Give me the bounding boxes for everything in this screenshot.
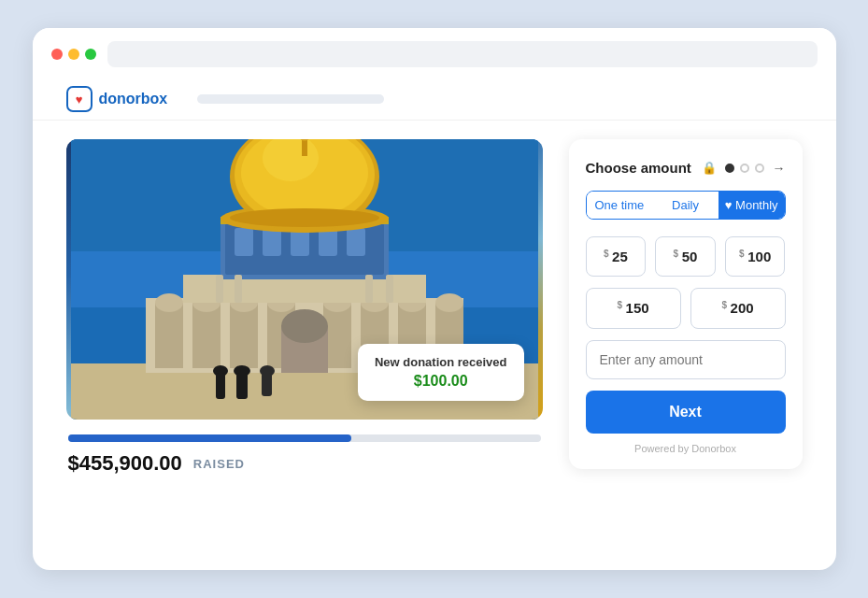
widget-title: Choose amount	[586, 160, 691, 176]
svg-rect-24	[235, 228, 253, 256]
logo-icon: ♥	[66, 86, 92, 112]
amount-grid-bottom: $ 150 $ 200	[586, 288, 786, 328]
logo-heart-icon: ♥	[76, 93, 83, 107]
currency-sign-100: $	[739, 249, 745, 259]
frequency-tabs: One time Daily ♥ Monthly	[586, 191, 786, 220]
donation-popup-amount: $100.00	[375, 373, 507, 390]
campaign-image: New donation received $100.00	[66, 139, 543, 420]
amount-grid-top: $ 25 $ 50 $ 100	[586, 236, 786, 277]
main-content: New donation received $100.00 $455,900.0…	[33, 121, 836, 491]
amount-button-25[interactable]: $ 25	[586, 236, 647, 277]
svg-rect-36	[302, 139, 307, 156]
svg-rect-42	[386, 275, 393, 303]
lock-icon: 🔒	[702, 161, 717, 175]
tab-one-time[interactable]: One time	[587, 192, 653, 219]
amount-value-200: 200	[731, 301, 754, 317]
step-arrow-icon: →	[773, 161, 786, 176]
svg-rect-25	[263, 228, 281, 256]
progress-bar-background	[68, 434, 541, 442]
svg-point-13	[155, 293, 183, 312]
next-button[interactable]: Next	[586, 391, 786, 434]
svg-rect-40	[235, 275, 242, 303]
amount-button-200[interactable]: $ 200	[690, 288, 786, 328]
progress-section: $455,900.00 RAISED	[66, 434, 543, 476]
nav-placeholder	[197, 94, 384, 104]
svg-rect-41	[365, 275, 373, 303]
raised-label: RAISED	[193, 457, 245, 471]
step-dot-1	[725, 164, 734, 173]
browser-dot-yellow[interactable]	[68, 49, 79, 60]
amount-button-100[interactable]: $ 100	[725, 236, 786, 277]
amount-button-50[interactable]: $ 50	[655, 236, 716, 277]
browser-dots	[51, 49, 96, 60]
logo-box: ♥ donorbox	[66, 86, 168, 112]
tab-monthly-heart: ♥	[725, 198, 735, 212]
tab-daily[interactable]: Daily	[652, 192, 719, 219]
amount-value-25: 25	[612, 249, 628, 264]
logo-text: donorbox	[99, 91, 168, 107]
browser-dot-red[interactable]	[51, 49, 63, 60]
svg-rect-46	[216, 373, 225, 399]
currency-sign-150: $	[617, 300, 622, 310]
svg-rect-50	[262, 373, 272, 396]
amount-value-50: 50	[682, 249, 698, 264]
svg-rect-5	[155, 303, 183, 368]
svg-point-35	[230, 208, 379, 227]
svg-rect-7	[230, 303, 258, 368]
browser-dot-green[interactable]	[85, 49, 96, 60]
svg-point-44	[281, 309, 328, 343]
browser-addressbar	[107, 41, 818, 67]
browser-topbar	[33, 28, 836, 77]
powered-by: Powered by Donorbox	[586, 443, 786, 454]
donation-popup: New donation received $100.00	[358, 344, 524, 401]
currency-sign-50: $	[674, 249, 679, 259]
tab-monthly-label: Monthly	[735, 198, 778, 212]
svg-point-20	[435, 293, 463, 312]
amount-button-150[interactable]: $ 150	[586, 288, 681, 328]
site-header: ♥ donorbox	[33, 77, 836, 121]
progress-bar-fill	[68, 434, 352, 442]
tab-monthly[interactable]: ♥ Monthly	[719, 192, 785, 219]
amount-value-150: 150	[626, 301, 649, 317]
browser-frame: ♥ donorbox	[33, 28, 836, 570]
currency-sign-200: $	[721, 300, 727, 310]
step-dot-2	[740, 164, 749, 173]
svg-rect-28	[347, 228, 365, 256]
svg-rect-6	[192, 303, 221, 368]
widget-header: Choose amount 🔒 →	[586, 160, 786, 176]
amount-value-100: 100	[747, 249, 771, 264]
left-panel: New donation received $100.00 $455,900.0…	[66, 139, 543, 476]
donation-popup-title: New donation received	[375, 355, 507, 369]
custom-amount-input[interactable]	[586, 340, 786, 379]
raised-amount: $455,900.00	[68, 451, 182, 476]
step-dot-3	[755, 164, 764, 173]
widget-steps: 🔒 →	[702, 161, 786, 176]
currency-sign-25: $	[604, 249, 609, 259]
svg-rect-39	[216, 275, 223, 303]
progress-stats: $455,900.00 RAISED	[68, 451, 541, 476]
donation-widget: Choose amount 🔒 → One time Daily ♥ Month…	[569, 139, 803, 469]
svg-rect-48	[236, 373, 248, 399]
